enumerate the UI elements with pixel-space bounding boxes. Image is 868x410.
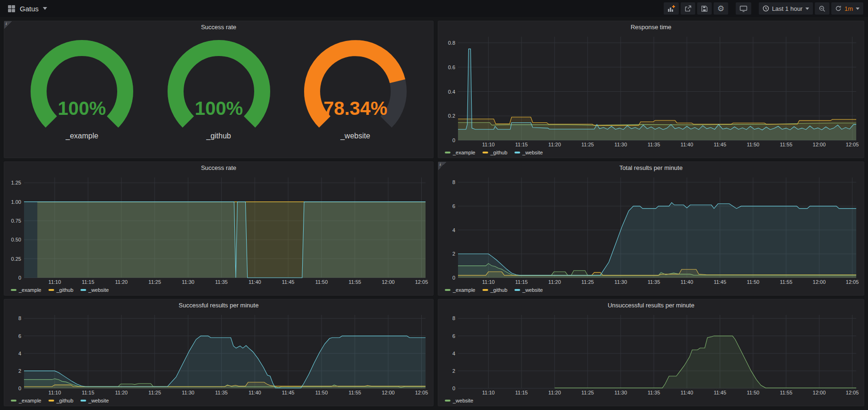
legend-label: _github	[490, 287, 507, 293]
gauge-arc: 100%	[160, 39, 278, 138]
svg-text:11:35: 11:35	[648, 142, 660, 147]
legend-label: _example	[19, 287, 41, 293]
add-panel-button[interactable]	[664, 2, 679, 15]
svg-text:100%: 100%	[58, 98, 106, 119]
time-range-button[interactable]: Last 1 hour	[759, 2, 813, 15]
panel-title[interactable]: Success rate	[4, 162, 433, 174]
svg-text:11:25: 11:25	[581, 390, 594, 395]
zoom-out-button[interactable]	[815, 2, 829, 15]
panel-title[interactable]: Success rate	[4, 21, 433, 33]
chart-canvas[interactable]: 11:1011:1511:2011:2511:3011:3511:4011:45…	[440, 174, 862, 286]
total-results-chart[interactable]: 11:1011:1511:2011:2511:3011:3511:4011:45…	[440, 174, 862, 286]
svg-text:0.4: 0.4	[448, 89, 455, 95]
legend-item-_github[interactable]: _github	[48, 398, 73, 403]
share-button[interactable]	[681, 2, 695, 15]
legend-dash-icon	[80, 400, 86, 402]
svg-text:11:25: 11:25	[581, 279, 594, 285]
legend-dash-icon	[482, 152, 488, 153]
gear-icon: ⚙	[717, 5, 724, 13]
panel-title[interactable]: Unsuccessful results per minute	[438, 299, 864, 311]
tv-mode-button[interactable]	[736, 2, 751, 15]
chart-canvas[interactable]: 11:1011:1511:2011:2511:3011:3511:4011:45…	[6, 311, 431, 396]
svg-text:11:10: 11:10	[482, 390, 495, 395]
svg-text:0: 0	[18, 275, 21, 281]
refresh-button[interactable]: 1m	[831, 2, 863, 15]
svg-text:12:05: 12:05	[846, 279, 859, 285]
legend-dash-icon	[514, 152, 520, 153]
legend-item-_website[interactable]: _website	[514, 150, 543, 155]
response-time-chart[interactable]: 11:1011:1511:2011:2511:3011:3511:4011:45…	[440, 33, 862, 148]
svg-text:11:10: 11:10	[48, 279, 61, 285]
legend-item-_github[interactable]: _github	[48, 287, 73, 293]
svg-text:1.25: 1.25	[11, 180, 21, 185]
svg-text:11:35: 11:35	[648, 390, 660, 395]
svg-text:0.50: 0.50	[11, 237, 21, 242]
legend-dash-icon	[48, 400, 54, 402]
legend-item-_example[interactable]: _example	[11, 287, 41, 293]
panel-title[interactable]: Response time	[438, 21, 864, 33]
apps-grid-icon[interactable]	[8, 5, 16, 13]
svg-text:2: 2	[452, 368, 455, 374]
chart-canvas[interactable]: 11:1011:1511:2011:2511:3011:3511:4011:45…	[440, 311, 862, 396]
chart-canvas[interactable]: 11:1011:1511:2011:2511:3011:3511:4011:45…	[6, 174, 431, 286]
svg-text:4: 4	[18, 351, 21, 356]
svg-text:11:55: 11:55	[348, 390, 361, 395]
legend-label: _example	[19, 398, 41, 403]
legend-item-_website[interactable]: _website	[514, 287, 543, 293]
legend-item-_website[interactable]: _website	[80, 287, 109, 293]
svg-text:11:20: 11:20	[548, 279, 561, 285]
svg-text:12:00: 12:00	[382, 279, 395, 285]
info-icon[interactable]: i	[438, 162, 446, 170]
legend-item-_github[interactable]: _github	[482, 287, 507, 293]
svg-text:11:55: 11:55	[780, 390, 793, 395]
svg-text:11:40: 11:40	[249, 279, 261, 285]
legend-dash-icon	[482, 289, 488, 291]
success-rate-chart[interactable]: 11:1011:1511:2011:2511:3011:3511:4011:45…	[6, 174, 431, 286]
legend: _example_github_website	[440, 148, 862, 156]
save-icon	[701, 5, 708, 12]
dashboard-title[interactable]: Gatus	[20, 5, 39, 13]
svg-text:2: 2	[452, 251, 455, 257]
legend-item-_example[interactable]: _example	[11, 398, 41, 403]
settings-button[interactable]: ⚙	[714, 2, 728, 15]
successful-results-chart[interactable]: 11:1011:1511:2011:2511:3011:3511:4011:45…	[6, 311, 431, 396]
legend-label: _website	[88, 287, 109, 293]
panel-title[interactable]: Total results per minute	[438, 162, 864, 174]
svg-text:12:05: 12:05	[846, 142, 859, 147]
svg-text:0: 0	[452, 275, 455, 281]
svg-text:12:05: 12:05	[846, 390, 859, 395]
info-icon[interactable]: i	[4, 21, 12, 29]
svg-text:4: 4	[452, 227, 455, 233]
legend-item-_website[interactable]: _website	[445, 398, 473, 403]
panel-title[interactable]: Successful results per minute	[4, 299, 433, 311]
svg-text:11:15: 11:15	[515, 390, 528, 395]
legend-dash-icon	[80, 289, 86, 291]
legend-item-_website[interactable]: _website	[80, 398, 109, 403]
svg-text:11:15: 11:15	[82, 279, 95, 285]
svg-text:11:55: 11:55	[780, 142, 793, 147]
save-button[interactable]	[697, 2, 712, 15]
unsuccessful-results-chart[interactable]: 11:1011:1511:2011:2511:3011:3511:4011:45…	[440, 311, 862, 396]
legend: _website	[440, 396, 862, 404]
svg-text:11:30: 11:30	[182, 279, 194, 285]
legend-label: _website	[522, 150, 543, 155]
legend-item-_example[interactable]: _example	[445, 150, 475, 155]
svg-text:11:40: 11:40	[249, 390, 261, 395]
navbar-left: Gatus	[5, 5, 47, 13]
chevron-down-icon[interactable]	[43, 7, 47, 10]
legend-item-_example[interactable]: _example	[445, 287, 475, 293]
svg-text:8: 8	[452, 179, 455, 185]
svg-text:0.2: 0.2	[448, 113, 455, 119]
svg-text:11:45: 11:45	[282, 390, 295, 395]
svg-text:1.00: 1.00	[11, 199, 21, 205]
chart-canvas[interactable]: 11:1011:1511:2011:2511:3011:3511:4011:45…	[440, 33, 862, 148]
legend-label: _website	[522, 287, 543, 293]
legend-dash-icon	[11, 289, 16, 291]
svg-text:11:25: 11:25	[581, 142, 594, 147]
svg-text:11:50: 11:50	[315, 279, 328, 285]
svg-text:8: 8	[18, 315, 21, 321]
legend-item-_github[interactable]: _github	[482, 150, 507, 155]
svg-text:11:15: 11:15	[515, 142, 528, 147]
svg-text:0: 0	[452, 137, 455, 143]
svg-text:6: 6	[452, 333, 455, 339]
